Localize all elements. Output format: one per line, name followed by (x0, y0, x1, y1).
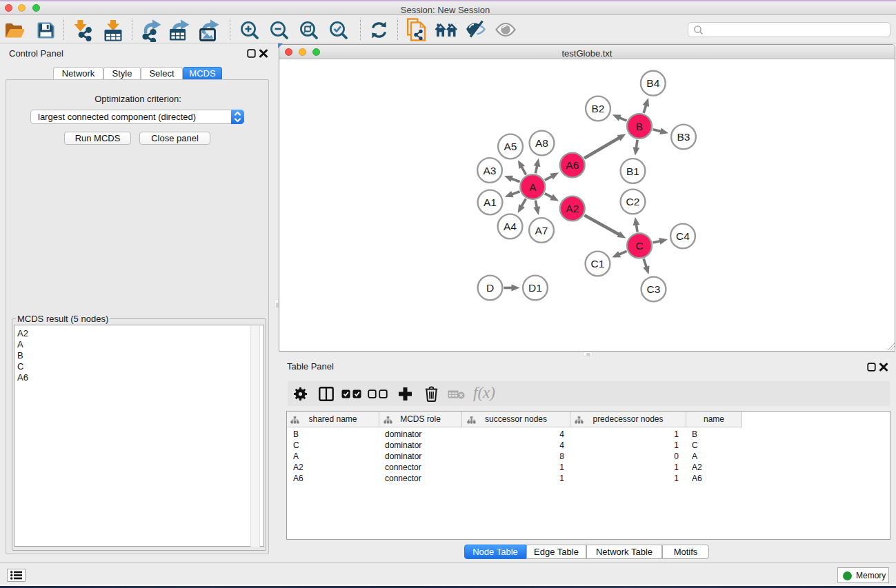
svg-text:A6: A6 (566, 159, 579, 171)
svg-text:A3: A3 (484, 165, 497, 176)
svg-text:A8: A8 (535, 137, 548, 149)
svg-text:B4: B4 (646, 77, 659, 89)
svg-text:A5: A5 (504, 141, 517, 152)
svg-text:C4: C4 (676, 230, 690, 242)
svg-text:A4: A4 (504, 221, 517, 232)
svg-text:B2: B2 (592, 103, 605, 114)
svg-text:A: A (529, 181, 537, 193)
svg-text:B: B (636, 121, 643, 132)
svg-text:C1: C1 (591, 258, 605, 270)
svg-text:D: D (486, 282, 494, 294)
svg-text:C: C (635, 240, 643, 252)
svg-text:B3: B3 (677, 131, 690, 143)
svg-text:C3: C3 (647, 283, 661, 295)
svg-text:A7: A7 (535, 225, 548, 236)
svg-text:A2: A2 (566, 203, 579, 214)
svg-text:A1: A1 (484, 196, 497, 208)
svg-text:B1: B1 (626, 165, 639, 177)
svg-text:C2: C2 (626, 196, 640, 207)
svg-text:D1: D1 (528, 282, 542, 294)
